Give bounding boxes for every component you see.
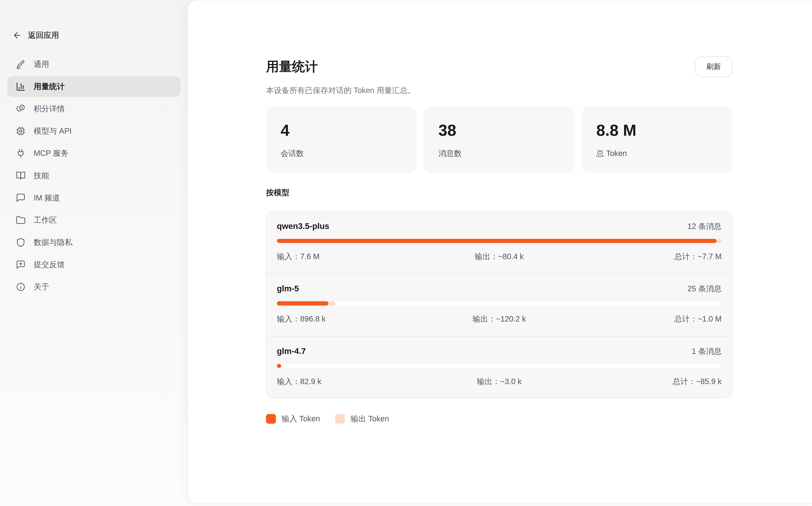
total-stat: 总计：~1.0 M <box>573 314 722 324</box>
sidebar-item-im-channels[interactable]: IM 频道 <box>7 188 180 208</box>
sidebar-item-label: 数据与隐私 <box>33 237 72 248</box>
output-stat: 输出：~3.0 k <box>425 376 573 387</box>
sidebar-item-feedback[interactable]: 提交反馈 <box>7 254 180 275</box>
usage-bar <box>277 239 722 243</box>
main-panel: 用量统计 刷新 本设备所有已保存对话的 Token 用量汇总。 4 会话数 38… <box>188 0 812 503</box>
model-message-count: 25 条消息 <box>687 283 722 294</box>
cpu-icon <box>16 126 26 136</box>
model-name: glm-5 <box>277 284 299 293</box>
sidebar-item-label: 通用 <box>33 59 49 70</box>
back-label: 返回应用 <box>28 30 59 40</box>
sidebar-item-usage-stats[interactable]: 用量统计 <box>7 76 180 97</box>
sidebar-item-label: MCP 服务 <box>33 148 68 159</box>
sidebar-item-label: 工作区 <box>33 215 57 226</box>
input-bar-segment <box>277 301 328 305</box>
legend-input: 输入 Token <box>266 414 320 424</box>
model-row: glm-4.7 1 条消息 输入：82.9 k 输出：~3.0 k 总计：~85… <box>267 336 732 398</box>
total-tokens-card: 8.8 M 总 Token <box>582 107 732 173</box>
plug-icon <box>16 148 26 159</box>
bar-chart-icon <box>16 82 26 92</box>
output-stat: 输出：~80.4 k <box>425 251 573 262</box>
output-bar-segment <box>717 239 722 243</box>
input-stat: 输入：82.9 k <box>277 376 425 387</box>
page-subtitle: 本设备所有已保存对话的 Token 用量汇总。 <box>266 85 732 96</box>
page-header: 用量统计 刷新 <box>266 56 732 77</box>
input-stat: 输入：7.6 M <box>277 251 425 262</box>
sidebar-item-label: 积分详情 <box>33 103 65 114</box>
total-stat: 总计：~85.9 k <box>573 376 722 387</box>
sidebar-item-label: 提交反馈 <box>33 259 65 270</box>
arrow-left-icon <box>12 30 22 40</box>
output-bar-segment <box>328 301 336 305</box>
folder-icon <box>16 215 26 225</box>
sidebar-item-label: 技能 <box>33 170 49 181</box>
sidebar-item-credits[interactable]: 积分详情 <box>7 98 180 119</box>
refresh-button[interactable]: 刷新 <box>695 56 732 77</box>
sidebar-item-label: 关于 <box>33 281 49 292</box>
usage-bar <box>277 364 722 368</box>
sessions-value: 4 <box>281 121 402 140</box>
sidebar-item-data-privacy[interactable]: 数据与隐私 <box>7 232 180 253</box>
total-tokens-label: 总 Token <box>596 148 718 159</box>
input-bar-segment <box>277 239 717 243</box>
info-icon <box>16 282 26 292</box>
sidebar-item-models-api[interactable]: 模型与 API <box>7 121 180 141</box>
sidebar-item-label: 用量统计 <box>33 81 65 92</box>
input-stat: 输入：896.8 k <box>277 314 425 324</box>
legend-input-label: 输入 Token <box>282 414 320 424</box>
coins-icon <box>16 104 26 114</box>
input-bar-segment <box>277 364 281 368</box>
model-name: qwen3.5-plus <box>277 222 329 231</box>
shield-icon <box>16 237 26 247</box>
model-usage-list: qwen3.5-plus 12 条消息 输入：7.6 M 输出：~80.4 k … <box>266 211 732 399</box>
sidebar-item-label: 模型与 API <box>33 126 72 136</box>
back-button[interactable]: 返回应用 <box>7 30 180 40</box>
sessions-card: 4 会话数 <box>266 107 417 173</box>
page-title: 用量统计 <box>266 58 318 75</box>
sidebar: 返回应用 通用 用量统计 积分详情 <box>0 0 188 506</box>
sidebar-nav: 通用 用量统计 积分详情 模型与 API <box>7 54 180 297</box>
output-stat: 输出：~120.2 k <box>425 314 573 324</box>
message-icon <box>16 193 26 203</box>
sidebar-item-label: IM 频道 <box>33 193 60 203</box>
model-name: glm-4.7 <box>277 346 306 356</box>
messages-card: 38 消息数 <box>424 107 575 173</box>
sidebar-item-skills[interactable]: 技能 <box>7 165 180 186</box>
summary-cards: 4 会话数 38 消息数 8.8 M 总 Token <box>266 107 732 173</box>
input-swatch-icon <box>266 414 276 424</box>
feedback-icon <box>16 259 26 270</box>
usage-bar <box>277 301 722 305</box>
sidebar-item-workspace[interactable]: 工作区 <box>7 210 180 231</box>
sidebar-item-general[interactable]: 通用 <box>7 54 180 75</box>
model-message-count: 12 条消息 <box>687 221 722 232</box>
model-row: glm-5 25 条消息 输入：896.8 k 输出：~120.2 k 总计：~… <box>267 273 732 336</box>
sessions-label: 会话数 <box>281 148 402 159</box>
messages-value: 38 <box>439 121 560 140</box>
sidebar-item-mcp[interactable]: MCP 服务 <box>7 143 180 164</box>
total-tokens-value: 8.8 M <box>596 121 718 140</box>
book-open-icon <box>16 170 26 181</box>
messages-label: 消息数 <box>439 148 560 159</box>
model-message-count: 1 条消息 <box>692 346 722 357</box>
app-window: 返回应用 通用 用量统计 积分详情 <box>0 0 812 506</box>
legend-output: 输出 Token <box>335 414 389 424</box>
legend: 输入 Token 输出 Token <box>266 414 732 424</box>
by-model-heading: 按模型 <box>266 187 732 198</box>
model-row: qwen3.5-plus 12 条消息 输入：7.6 M 输出：~80.4 k … <box>267 211 732 273</box>
legend-output-label: 输出 Token <box>351 414 389 424</box>
sidebar-item-about[interactable]: 关于 <box>7 276 180 297</box>
total-stat: 总计：~7.7 M <box>573 251 722 262</box>
output-swatch-icon <box>335 414 345 424</box>
pen-icon <box>16 59 26 69</box>
